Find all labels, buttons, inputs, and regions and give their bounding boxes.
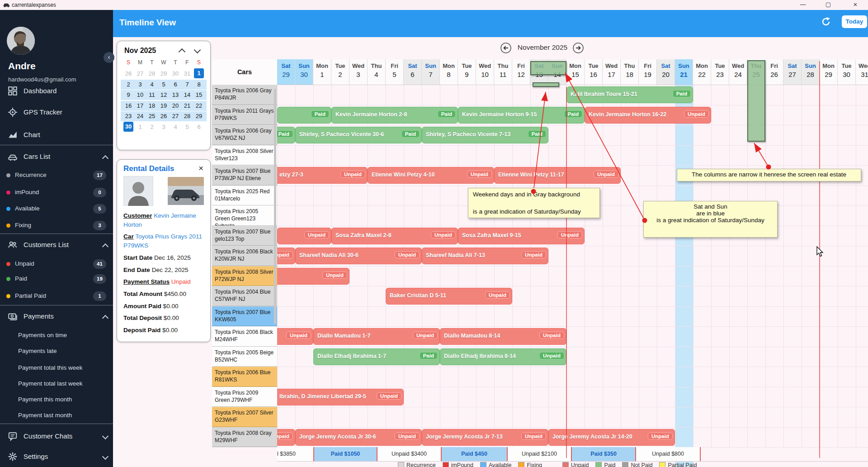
sidebar-collapse-button[interactable]: ‹ [104,52,114,63]
annotation-arrowheads [0,0,868,467]
app-window: carrentalexpanses — ▢ × Andre hardwood4u… [0,0,868,467]
mouse-cursor [816,246,826,258]
